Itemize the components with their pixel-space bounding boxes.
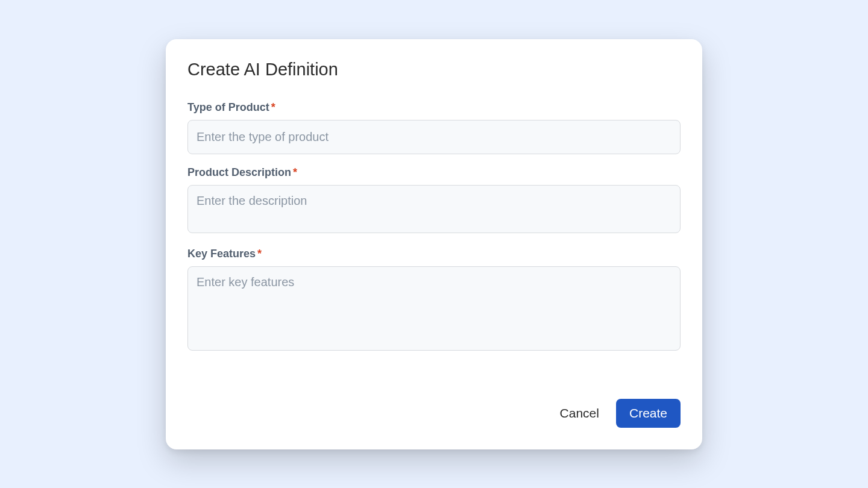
key-features-label: Key Features*	[187, 248, 681, 260]
key-features-input[interactable]	[187, 266, 681, 351]
product-type-input[interactable]	[187, 120, 681, 154]
cancel-button[interactable]: Cancel	[560, 406, 599, 421]
field-key-features: Key Features*	[187, 248, 681, 353]
required-indicator: *	[293, 166, 297, 178]
required-indicator: *	[271, 101, 275, 113]
modal-actions: Cancel Create	[187, 399, 681, 428]
required-indicator: *	[257, 248, 262, 260]
product-description-input[interactable]	[187, 185, 681, 233]
key-features-label-text: Key Features	[187, 248, 256, 260]
product-description-label-text: Product Description	[187, 166, 291, 178]
modal-title: Create AI Definition	[187, 60, 681, 80]
product-type-label-text: Type of Product	[187, 101, 269, 113]
field-product-type: Type of Product*	[187, 101, 681, 154]
create-button[interactable]: Create	[616, 399, 681, 428]
product-type-label: Type of Product*	[187, 101, 681, 114]
field-product-description: Product Description*	[187, 166, 681, 236]
product-description-label: Product Description*	[187, 166, 681, 179]
create-ai-definition-modal: Create AI Definition Type of Product* Pr…	[166, 39, 702, 449]
